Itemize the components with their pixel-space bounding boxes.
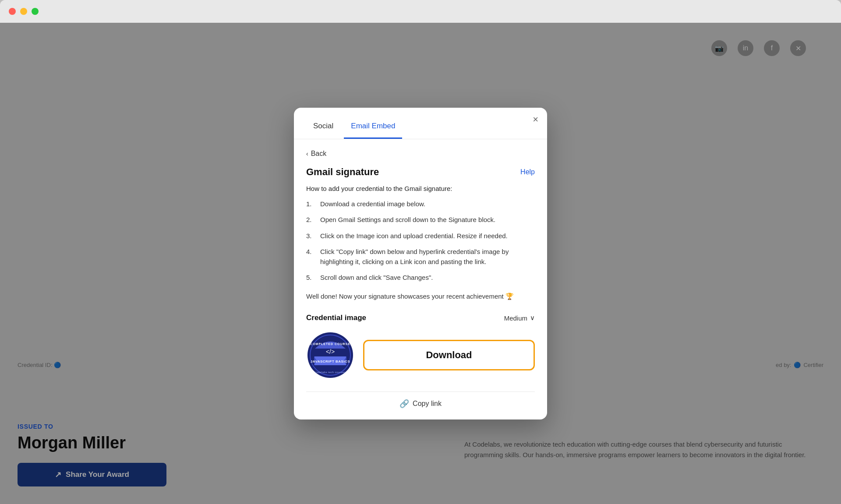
- svg-text:</>: </>: [326, 348, 335, 355]
- close-traffic-light[interactable]: [9, 8, 16, 15]
- credential-image-section: Credential image Medium ∨: [306, 314, 535, 414]
- section-header: Gmail signature Help: [306, 166, 535, 178]
- section-title: Gmail signature: [306, 166, 379, 178]
- modal-dialog: Social Email Embed × ‹ Back Gmail signa: [294, 108, 547, 419]
- step-3: 3. Click on the Image icon and upload cr…: [306, 231, 535, 241]
- back-link[interactable]: ‹ Back: [306, 150, 535, 158]
- credential-image-label: Credential image: [306, 314, 366, 322]
- divider: [306, 391, 535, 392]
- modal-overlay: Social Email Embed × ‹ Back Gmail signa: [0, 23, 841, 504]
- help-link[interactable]: Help: [520, 168, 535, 176]
- badge-container: COMPLETED COURSE JAVASCRIPT BASICS </>: [306, 331, 354, 379]
- svg-text:COMPLETED COURSE: COMPLETED COURSE: [310, 342, 350, 345]
- steps-list: 1. Download a credential image below. 2.…: [306, 199, 535, 283]
- chevron-down-icon: ∨: [530, 314, 535, 322]
- credential-image-header: Credential image Medium ∨: [306, 314, 535, 322]
- step-1: 1. Download a credential image below.: [306, 199, 535, 209]
- modal-tabs: Social Email Embed: [306, 118, 402, 139]
- step-5: 5. Scroll down and click "Save Changes".: [306, 273, 535, 283]
- instructions-intro: How to add your credential to the Gmail …: [306, 185, 535, 192]
- badge-image: COMPLETED COURSE JAVASCRIPT BASICS </>: [306, 331, 354, 379]
- copy-link-row[interactable]: 🔗 Copy link: [306, 394, 535, 414]
- download-button[interactable]: Download: [363, 340, 535, 370]
- modal-body: ‹ Back Gmail signature Help How to add y…: [294, 139, 547, 419]
- svg-text:codelabs tech courses: codelabs tech courses: [315, 371, 346, 374]
- credential-actions: COMPLETED COURSE JAVASCRIPT BASICS </>: [306, 331, 535, 379]
- step-4: 4. Click "Copy link" down below and hype…: [306, 247, 535, 267]
- tab-social[interactable]: Social: [306, 118, 340, 139]
- step-2: 2. Open Gmail Settings and scroll down t…: [306, 215, 535, 225]
- svg-text:JAVASCRIPT BASICS: JAVASCRIPT BASICS: [311, 359, 350, 363]
- modal-header: Social Email Embed ×: [294, 108, 547, 139]
- minimize-traffic-light[interactable]: [20, 8, 27, 15]
- window-chrome: 📷 in f ✕ At Codelabs, we revolutionize t…: [0, 0, 841, 504]
- title-bar: [0, 0, 841, 23]
- well-done-text: Well done! Now your signature showcases …: [306, 292, 535, 302]
- modal-close-button[interactable]: ×: [533, 115, 538, 124]
- tab-email-embed[interactable]: Email Embed: [344, 118, 402, 139]
- back-chevron-icon: ‹: [306, 150, 308, 157]
- maximize-traffic-light[interactable]: [32, 8, 39, 15]
- link-icon: 🔗: [399, 399, 409, 409]
- size-selector[interactable]: Medium ∨: [504, 314, 535, 322]
